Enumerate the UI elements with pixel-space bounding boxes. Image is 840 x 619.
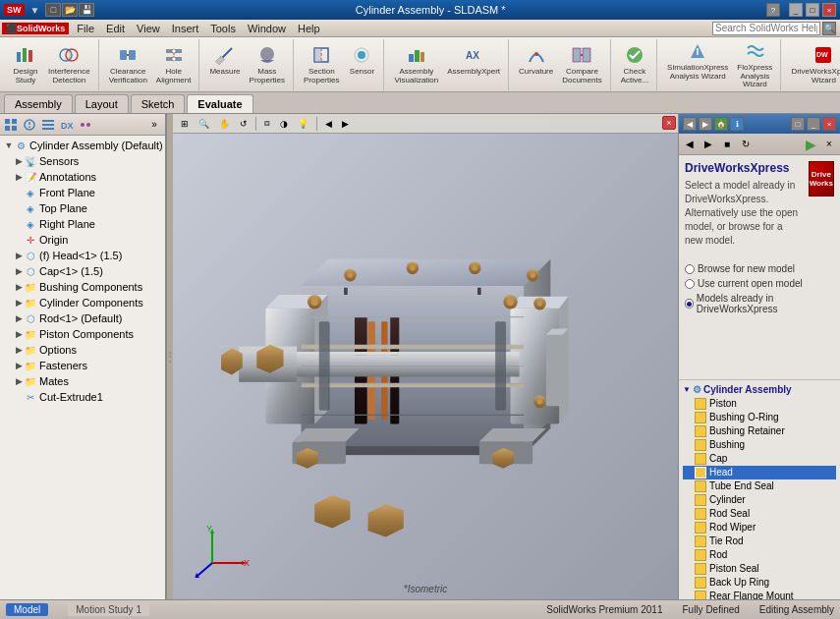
mass-properties-button[interactable]: MassProperties — [246, 41, 289, 87]
tree-piston-components-item[interactable]: ▶ 📁 Piston Components — [2, 326, 163, 342]
check-active-button[interactable]: CheckActive... — [617, 41, 652, 87]
design-study-button[interactable]: DesignStudy — [8, 41, 43, 87]
section-properties-button[interactable]: SectionProperties — [300, 41, 343, 87]
hole-alignment-button[interactable]: HoleAlignment — [152, 41, 196, 87]
tree-fasteners-item[interactable]: ▶ 📁 Fasteners — [2, 358, 163, 373]
model-tab[interactable]: Model — [6, 603, 48, 616]
sensor-button[interactable]: Sensor — [344, 41, 379, 87]
dw-tree-item-bushing-oring[interactable]: Bushing O-Ring — [683, 411, 836, 424]
tree-cut-extrude-item[interactable]: ✂ Cut-Extrude1 — [2, 389, 163, 405]
view-pan-button[interactable]: ✋ — [215, 118, 234, 130]
measure-button[interactable]: Measure — [205, 41, 244, 87]
view-orient-button[interactable]: ⊞ — [177, 118, 193, 130]
view-next-button[interactable]: ▶ — [338, 118, 353, 130]
menu-view[interactable]: View — [131, 21, 166, 36]
view-lights-button[interactable]: 💡 — [294, 118, 312, 130]
dw-tree-item-back-up-ring[interactable]: Back Up Ring — [683, 576, 836, 590]
tree-sensors-item[interactable]: ▶ 📡 Sensors — [2, 153, 163, 169]
rp-close-button[interactable]: × — [822, 117, 836, 131]
dw-tree-item-rod-seal[interactable]: Rod Seal — [683, 507, 836, 521]
dw-tree-item-tie-rod[interactable]: Tie Rod — [683, 535, 836, 548]
tree-right-plane-item[interactable]: ◈ Right Plane — [2, 216, 163, 232]
tree-rod-item[interactable]: ▶ ⬡ Rod<1> (Default) — [2, 310, 163, 326]
menu-window[interactable]: Window — [242, 21, 292, 36]
tab-assembly[interactable]: Assembly — [4, 94, 73, 113]
tree-annotations-item[interactable]: ▶ 📝 Annotations — [2, 169, 163, 185]
dw-tree-item-rod[interactable]: Rod — [683, 548, 836, 562]
view-rotate-button[interactable]: ↺ — [236, 118, 252, 130]
config-manager-tab[interactable] — [39, 116, 57, 134]
quick-access-new[interactable]: □ — [45, 3, 61, 17]
interference-detection-button[interactable]: InterferenceDetection — [44, 41, 94, 87]
dw-tree-item-cap[interactable]: Cap — [683, 452, 836, 466]
dim-xpert-tab[interactable]: DX — [58, 116, 76, 134]
clearance-verification-button[interactable]: ClearanceVerification — [105, 41, 151, 87]
rp-info-button[interactable]: ℹ — [730, 117, 744, 131]
menu-help[interactable]: Help — [292, 21, 326, 36]
menu-edit[interactable]: Edit — [100, 21, 131, 36]
rp-minimize-button[interactable]: _ — [807, 117, 820, 131]
rp-forward-button[interactable]: ▶ — [699, 117, 712, 131]
compare-documents-button[interactable]: CompareDocuments — [558, 41, 605, 87]
assembly-visualization-button[interactable]: AssemblyVisualization — [390, 41, 442, 87]
view-display-button[interactable]: ◑ — [276, 118, 292, 130]
dw-tree-item-bushing-retainer[interactable]: Bushing Retainer — [683, 424, 836, 438]
dw-forward-button[interactable]: ▶ — [700, 136, 717, 153]
simulation-xpress-button[interactable]: SimulationXpressAnalysis Wizard — [663, 37, 732, 91]
sw-menu-logo[interactable]: ⬛SolidWorks — [2, 23, 69, 34]
dw-close-panel-button[interactable]: × — [820, 136, 838, 153]
view-previous-button[interactable]: ◀ — [321, 118, 336, 130]
quick-access-save[interactable]: 💾 — [79, 3, 94, 17]
menu-insert[interactable]: Insert — [166, 21, 205, 36]
dw-refresh-button[interactable]: ↻ — [737, 136, 755, 153]
expand-panel-button[interactable]: » — [145, 116, 163, 134]
help-button[interactable]: ? — [766, 3, 780, 17]
dw-tree-item-bushing[interactable]: Bushing — [683, 438, 836, 452]
display-manager-tab[interactable] — [77, 116, 94, 134]
radio-models-in-dw[interactable]: Models already in DriveWorksXpress — [685, 293, 834, 314]
dw-tree-item-head[interactable]: Head — [683, 466, 836, 479]
quick-access-open[interactable]: 📂 — [62, 3, 78, 17]
tree-options-item[interactable]: ▶ 📁 Options — [2, 342, 163, 358]
search-input[interactable] — [712, 22, 820, 35]
tab-layout[interactable]: Layout — [75, 94, 129, 113]
driveworks-xpress-button[interactable]: DW DriveWorksXpressWizard — [787, 41, 840, 87]
rp-back-button[interactable]: ◀ — [683, 117, 697, 131]
curvature-button[interactable]: Curvature — [515, 41, 557, 87]
dw-back-button[interactable]: ◀ — [681, 136, 699, 153]
dw-tree-root-item[interactable]: ▼ ⚙ Cylinder Assembly — [683, 384, 836, 395]
flo-xpress-button[interactable]: FloXpressAnalysisWizard — [733, 37, 776, 91]
dw-run-button[interactable]: ▶ — [802, 136, 819, 153]
dw-tree-item-piston[interactable]: Piston — [683, 397, 836, 411]
radio-browse-new[interactable]: Browse for new model — [685, 263, 834, 274]
tree-cap-item[interactable]: ▶ ⬡ Cap<1> (1.5) — [2, 263, 163, 279]
dw-tree-item-cylinder[interactable]: Cylinder — [683, 493, 836, 507]
feature-manager-tab[interactable] — [2, 116, 20, 134]
motion-study-tab[interactable]: Motion Study 1 — [68, 603, 149, 616]
tree-top-plane-item[interactable]: ◈ Top Plane — [2, 200, 163, 216]
menu-tools[interactable]: Tools — [204, 21, 242, 36]
tree-mates-item[interactable]: ▶ 📁 Mates — [2, 373, 163, 389]
tree-origin-item[interactable]: ✛ Origin — [2, 232, 163, 248]
tab-sketch[interactable]: Sketch — [131, 94, 186, 113]
tree-bushing-components-item[interactable]: ▶ 📁 Bushing Components — [2, 279, 163, 295]
search-icon[interactable]: 🔍 — [822, 22, 836, 35]
dw-tree-item-rod-wiper[interactable]: Rod Wiper — [683, 521, 836, 535]
dw-tree-item-tube-end-seal[interactable]: Tube End Seal — [683, 479, 836, 493]
rp-home-button[interactable]: 🏠 — [714, 117, 728, 131]
radio-current-model[interactable]: Use current open model — [685, 278, 834, 289]
tree-head-item[interactable]: ▶ ⬡ (f) Head<1> (1.5) — [2, 248, 163, 263]
tab-evaluate[interactable]: Evaluate — [187, 94, 252, 113]
rp-expand-button[interactable]: □ — [791, 117, 805, 131]
tree-front-plane-item[interactable]: ◈ Front Plane — [2, 185, 163, 200]
tree-cylinder-components-item[interactable]: ▶ 📁 Cylinder Components — [2, 295, 163, 310]
viewport-close-button[interactable]: × — [662, 116, 676, 130]
dw-tree-item-rear-flange-mount[interactable]: Rear Flange Mount — [683, 590, 836, 600]
dw-tree-item-piston-seal[interactable]: Piston Seal — [683, 562, 836, 576]
view-zoom-button[interactable]: 🔍 — [195, 118, 213, 130]
tree-root-item[interactable]: ▼ ⚙ Cylinder Assembly (Default) — [2, 138, 163, 153]
view-section-button[interactable]: ⧈ — [260, 117, 274, 130]
minimize-button[interactable]: _ — [789, 3, 803, 17]
assembly-xpert-button[interactable]: AX AssemblyXpert — [443, 41, 504, 87]
property-manager-tab[interactable] — [21, 116, 38, 134]
